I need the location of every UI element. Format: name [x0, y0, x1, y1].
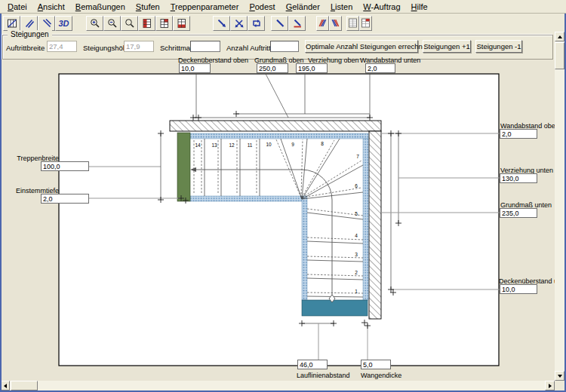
zoom-out-icon — [107, 18, 118, 29]
draw-line-backslash-icon — [42, 18, 52, 29]
scroll-up-button[interactable] — [555, 32, 564, 41]
stair-direction-button[interactable] — [213, 16, 230, 31]
deckenueberstand-unten-field[interactable] — [500, 284, 537, 294]
window-border-left — [0, 14, 2, 392]
draw-line-slash-button[interactable] — [20, 16, 38, 31]
horizontal-scroll-thumb[interactable] — [11, 381, 38, 390]
stair-plan-canvas[interactable]: 14 13 12 11 10 9 8 7 6 5 4 3 2 1 — [0, 60, 566, 392]
list-table-marked-icon — [361, 18, 371, 28]
steigungen-minus1-button[interactable]: Steigungen -1 — [475, 40, 522, 53]
list-table-button[interactable] — [346, 16, 359, 31]
toolbar: 3D — [0, 14, 566, 32]
stair-directions-swap-icon — [234, 18, 245, 29]
list-table-icon — [348, 18, 358, 28]
wandabstand-unten-field[interactable] — [365, 63, 395, 73]
steigungen-group-label: Steigungen — [8, 30, 52, 38]
right-arrow-icon — [549, 384, 552, 388]
auftrittbreite-field — [47, 41, 77, 52]
wangendicke-label: Wangendicke — [361, 372, 401, 379]
vertical-scrollbar[interactable] — [555, 32, 564, 381]
step-list-red-1-button[interactable] — [138, 16, 155, 31]
grundmass-oben-field[interactable] — [257, 63, 288, 73]
zoom-window-icon — [125, 18, 135, 29]
menu-hilfe[interactable]: Hilfe — [406, 1, 433, 13]
verziehung-unten-field[interactable] — [500, 173, 537, 183]
hatch-red-blue-icon — [318, 18, 328, 28]
view-3d-label: 3D — [58, 19, 69, 28]
wangendicke-field[interactable] — [361, 360, 391, 369]
list-table-marked-button[interactable] — [359, 16, 372, 31]
zoom-in-icon — [90, 18, 100, 29]
optimale-steigungen-button[interactable]: Optimale Anzahl Steigungen errechnen — [305, 40, 418, 53]
stringer-line-icon — [275, 18, 285, 29]
application-window: Datei Ansicht Bemaßungen Stufen Treppenp… — [0, 0, 566, 392]
zoom-out-button[interactable] — [103, 16, 121, 31]
step-number: 13 — [211, 142, 217, 148]
toolbar-group-stringer — [271, 16, 306, 31]
zoom-in-button[interactable] — [86, 16, 103, 31]
toolbar-group-hatch — [316, 16, 342, 31]
draw-line-backslash-button[interactable] — [38, 16, 55, 31]
menu-stufen[interactable]: Stufen — [131, 1, 165, 13]
einstemmtiefe-field[interactable] — [41, 194, 89, 204]
auftrittbreite-label: Auftrittbreite — [6, 44, 45, 52]
step-number: 1 — [355, 289, 358, 294]
draw-line-slash-icon — [24, 18, 35, 29]
stair-plan-button[interactable] — [3, 16, 20, 31]
schrittmass-field[interactable] — [190, 41, 220, 52]
toolbar-group-lists — [346, 16, 372, 31]
step-number: 9 — [291, 142, 294, 147]
wandabstand-oben-field[interactable] — [500, 129, 537, 139]
top-landing-step-green — [177, 133, 190, 201]
step-list-red-2-button[interactable] — [155, 16, 173, 31]
stringer-line-base-button[interactable] — [288, 16, 306, 31]
toolbar-group-draw: 3D — [3, 16, 72, 31]
menu-treppenparameter[interactable]: Treppenparameter — [165, 1, 245, 13]
menu-datei[interactable]: Datei — [2, 1, 32, 13]
menu-ansicht[interactable]: Ansicht — [32, 1, 70, 13]
zoom-window-button[interactable] — [121, 16, 138, 31]
hatch-red-blue-button[interactable] — [316, 16, 329, 31]
verziehung-oben-field[interactable] — [296, 63, 328, 73]
stair-plan-icon — [7, 18, 17, 29]
down-arrow-icon — [558, 375, 562, 378]
stair-directions-swap-button[interactable] — [230, 16, 248, 31]
grundmass-unten-field[interactable] — [500, 208, 537, 218]
stair-direction-icon — [217, 18, 227, 29]
toolbar-group-direction — [213, 16, 265, 31]
horizontal-scrollbar[interactable] — [0, 381, 555, 390]
vertical-scroll-thumb[interactable] — [555, 42, 564, 69]
scroll-down-button[interactable] — [555, 371, 564, 381]
step-list-red-3-icon — [177, 18, 187, 29]
step-number: 6 — [355, 183, 358, 188]
toolbar-group-zoom — [86, 16, 190, 31]
step-list-red-1-icon — [142, 18, 152, 29]
hatch-blue-red-button[interactable] — [329, 16, 342, 31]
up-arrow-icon — [558, 35, 562, 38]
step-number: 7 — [356, 154, 359, 159]
step-list-red-3-button[interactable] — [173, 16, 190, 31]
anzahl-auftritte-label: Anzahl Auftritte — [226, 44, 275, 52]
step-number: 2 — [355, 270, 358, 275]
scroll-right-button[interactable] — [545, 381, 555, 390]
menu-gelaender[interactable]: Geländer — [281, 1, 325, 13]
lauflinienabstand-field[interactable] — [297, 360, 328, 369]
menu-listen[interactable]: Listen — [325, 1, 358, 13]
deckenueberstand-oben-field[interactable] — [179, 63, 211, 73]
wall-right — [369, 131, 381, 319]
menu-w-auftrag[interactable]: W-Auftrag — [358, 1, 405, 13]
bottom-entry-step-teal — [302, 300, 368, 316]
step-number: 11 — [248, 142, 253, 148]
menu-podest[interactable]: Podest — [244, 1, 280, 13]
stair-directions-rotate-button[interactable] — [248, 16, 265, 31]
anzahl-auftritte-field[interactable] — [270, 41, 299, 52]
left-arrow-icon — [4, 384, 7, 388]
treppenbreite-field[interactable] — [41, 161, 89, 171]
stringer-line-button[interactable] — [271, 16, 288, 31]
steigungen-plus1-button[interactable]: Steigungen +1 — [423, 40, 471, 53]
hatch-blue-red-icon — [331, 18, 340, 28]
view-3d-button[interactable]: 3D — [55, 16, 72, 31]
stair-directions-rotate-icon — [251, 18, 262, 29]
step-number: 8 — [321, 141, 324, 146]
menu-bemassungen[interactable]: Bemaßungen — [70, 1, 131, 13]
